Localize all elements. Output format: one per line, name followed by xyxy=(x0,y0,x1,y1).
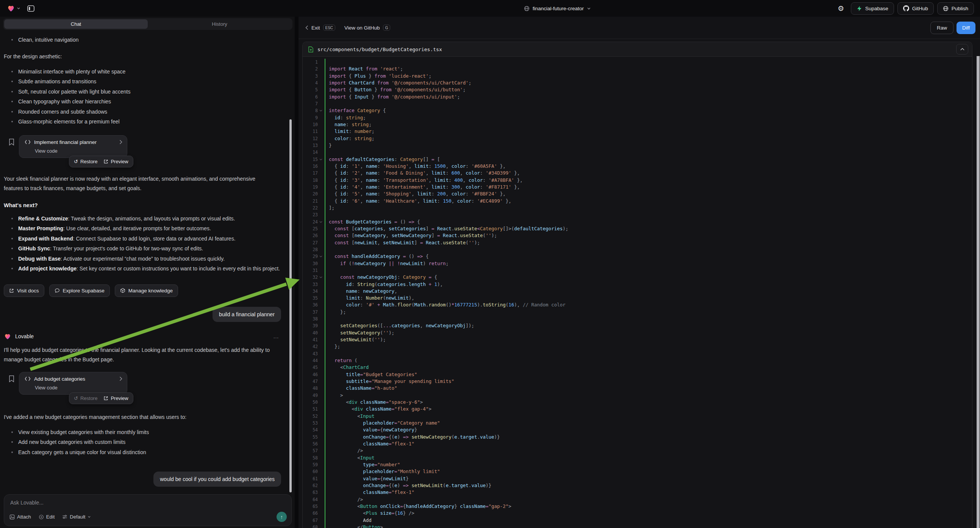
edit-button[interactable]: Edit xyxy=(39,514,54,520)
line-number: 65 xyxy=(303,503,318,510)
fold-chevron-icon[interactable] xyxy=(318,219,323,225)
line-number: 57 xyxy=(303,447,318,454)
fold-gutter xyxy=(318,476,323,482)
code-line: 65 <Button onClick={handleAddCategory} c… xyxy=(303,503,972,510)
version-card-add-budget-categories[interactable]: Add budget categories View code xyxy=(19,372,127,395)
bullet-dot xyxy=(11,101,13,102)
tab-chat[interactable]: Chat xyxy=(4,19,148,29)
chat-input[interactable]: Ask Lovable... xyxy=(10,499,286,506)
list-item: Add project knowledge: Set key context o… xyxy=(4,264,286,274)
bookmark-icon[interactable] xyxy=(8,375,15,383)
fold-gutter xyxy=(318,441,323,447)
fold-gutter xyxy=(318,59,323,65)
line-number: 31 xyxy=(303,267,318,274)
code-line: 44 return ( xyxy=(303,357,972,364)
code-line: 31 xyxy=(303,267,972,274)
restore-button[interactable]: ↺Restore xyxy=(74,396,97,401)
supabase-button[interactable]: Supabase xyxy=(851,2,894,15)
code-line: 22]; xyxy=(303,205,972,212)
bullet-dot xyxy=(11,452,13,453)
bullet-dot xyxy=(11,238,13,239)
code-line: 18 { id: '3', name: 'Transportation', li… xyxy=(303,177,972,184)
line-number: 61 xyxy=(303,476,318,482)
lovable-heart-icon xyxy=(4,332,11,340)
manage-knowledge-button[interactable]: Manage knowledge xyxy=(115,285,178,297)
list-item: Subtle animations and transitions xyxy=(4,76,286,87)
collapse-file-button[interactable] xyxy=(956,44,968,54)
github-button[interactable]: GitHub xyxy=(897,2,934,15)
explore-supabase-button[interactable]: Explore Supabase xyxy=(49,285,110,297)
view-on-github-button[interactable]: View on GitHub G xyxy=(344,25,390,31)
settings-button[interactable]: ⚙ xyxy=(835,2,847,14)
list-item: Master Prompting: Use clear, detailed, a… xyxy=(4,223,286,234)
fold-chevron-icon[interactable] xyxy=(318,156,323,163)
raw-toggle-button[interactable]: Raw xyxy=(931,22,953,34)
publish-button[interactable]: Publish xyxy=(937,2,974,15)
code-line: 62 onChange={(e) => setNewLimit(e.target… xyxy=(303,482,972,489)
line-number: 48 xyxy=(303,385,318,392)
code-scrollbar[interactable] xyxy=(977,56,980,528)
code-line: 5import { Button } from '@/components/ui… xyxy=(303,86,972,93)
fold-gutter xyxy=(318,315,323,322)
fold-gutter xyxy=(318,434,323,441)
view-code-link[interactable]: View code xyxy=(35,148,123,154)
exit-button[interactable]: Exit ESC xyxy=(305,25,335,31)
fold-gutter xyxy=(318,198,323,205)
code-line: 38 xyxy=(303,315,972,322)
fold-gutter xyxy=(318,267,323,274)
fold-gutter xyxy=(318,295,323,302)
project-switcher[interactable]: financial-future-creator xyxy=(280,6,835,11)
line-number: 56 xyxy=(303,441,318,447)
file-path-bar[interactable]: src/components/budget/BudgetCategories.t… xyxy=(303,42,972,57)
line-number: 43 xyxy=(303,350,318,357)
fold-gutter xyxy=(318,225,323,232)
code-line: 12 color: string; xyxy=(303,135,972,142)
fold-gutter xyxy=(318,86,323,93)
project-title: financial-future-creator xyxy=(533,6,584,11)
preview-button[interactable]: Preview xyxy=(103,396,128,401)
fold-gutter xyxy=(318,191,323,197)
target-icon xyxy=(39,514,44,520)
send-button[interactable]: ↑ xyxy=(277,512,287,522)
fold-chevron-icon[interactable] xyxy=(318,274,323,281)
code-line: 35 limit: Number(newLimit), xyxy=(303,295,972,302)
github-icon xyxy=(903,5,909,11)
fold-gutter xyxy=(318,413,323,420)
fold-gutter xyxy=(318,281,323,288)
line-number: 39 xyxy=(303,322,318,329)
line-number: 22 xyxy=(303,205,318,212)
knowledge-box-icon xyxy=(120,288,126,293)
attach-button[interactable]: Attach xyxy=(10,514,31,520)
restore-button[interactable]: ↺Restore xyxy=(74,159,97,164)
fold-gutter xyxy=(318,80,323,86)
list-item: Clean typography with clear hierarchies xyxy=(4,97,286,107)
fold-gutter xyxy=(318,350,323,357)
code-line: 16 { id: '1', name: 'Housing', limit: 15… xyxy=(303,163,972,170)
restore-icon: ↺ xyxy=(74,159,78,164)
line-number: 45 xyxy=(303,364,318,371)
fold-chevron-icon[interactable] xyxy=(318,107,323,114)
diff-toggle-button[interactable]: Diff xyxy=(956,22,975,34)
preview-button[interactable]: Preview xyxy=(103,159,128,164)
sidebar-toggle-button[interactable] xyxy=(24,2,37,14)
lovable-logo-icon[interactable] xyxy=(7,4,21,13)
code-line: 20 { id: '5', name: 'Shopping', limit: 2… xyxy=(303,191,972,197)
mode-selector[interactable]: Default xyxy=(62,514,91,520)
line-number: 15 xyxy=(303,156,318,163)
visit-docs-button[interactable]: Visit docs xyxy=(4,285,45,297)
fold-gutter xyxy=(318,94,323,100)
external-link-icon xyxy=(103,396,108,401)
chat-scrollbar[interactable] xyxy=(290,119,292,492)
message-menu-button[interactable]: … xyxy=(273,333,280,339)
fold-chevron-icon[interactable] xyxy=(318,253,323,260)
code-line: 51 <div className="flex gap-4"> xyxy=(303,406,972,412)
topbar-left xyxy=(0,2,280,14)
line-number: 50 xyxy=(303,399,318,406)
tab-history[interactable]: History xyxy=(148,19,291,29)
code-line: 29 const handleAddCategory = () => { xyxy=(303,253,972,260)
view-code-link[interactable]: View code xyxy=(35,385,123,391)
bullet-dot xyxy=(11,121,13,122)
line-number: 26 xyxy=(303,232,318,239)
version-card-implement-financial-planner[interactable]: Implement financial planner View code xyxy=(19,135,127,158)
bookmark-icon[interactable] xyxy=(8,138,15,146)
